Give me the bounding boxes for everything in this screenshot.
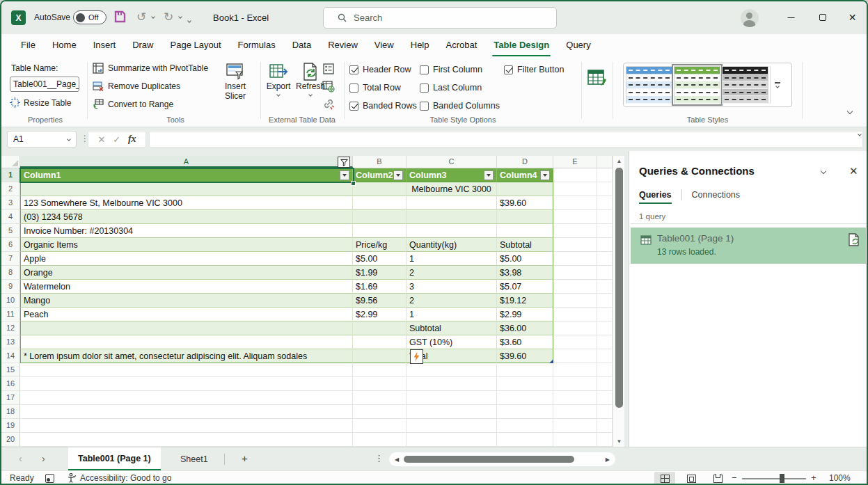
row-header-7[interactable]: 7 (1, 252, 20, 266)
row-header-16[interactable]: 16 (1, 377, 20, 391)
cell-A12[interactable] (20, 321, 353, 335)
ribbon-tab-review[interactable]: Review (319, 34, 366, 58)
cell-A7[interactable]: Apple (20, 252, 353, 266)
cell-C4[interactable] (407, 210, 497, 224)
cell-E17[interactable] (553, 391, 597, 405)
cell-C20[interactable] (407, 433, 497, 447)
formula-input[interactable] (149, 131, 863, 148)
row-header-19[interactable]: 19 (1, 419, 20, 433)
cell-C7[interactable]: 1 (407, 252, 497, 266)
zoom-slider-track[interactable] (742, 478, 806, 479)
cell-F17[interactable] (597, 391, 613, 405)
table-style-dark[interactable] (722, 66, 768, 104)
tab-connections[interactable]: Connections (692, 190, 741, 204)
cell-A6[interactable]: Organic Items (20, 238, 353, 252)
cell-C13[interactable]: GST (10%) (407, 335, 497, 349)
cell-E3[interactable] (553, 196, 597, 210)
ribbon-tab-draw[interactable]: Draw (124, 34, 161, 58)
data-range-properties-icon-button[interactable] (322, 63, 335, 75)
convert-to-range-button[interactable]: Convert to Range (93, 99, 173, 110)
cell-B3[interactable] (353, 196, 407, 210)
checkbox-banded-rows[interactable]: Banded Rows (349, 97, 417, 115)
cell-C18[interactable] (407, 405, 497, 419)
filter-dropdown-icon-B1[interactable] (393, 170, 403, 180)
cell-D3[interactable]: $39.60 (497, 196, 553, 210)
save-icon[interactable] (113, 10, 126, 23)
customize-quick-access-icon[interactable] (187, 13, 194, 25)
cell-A10[interactable]: Mango (20, 294, 353, 308)
insert-function-icon[interactable]: fx (128, 134, 136, 145)
cell-D11[interactable]: $2.99 (497, 308, 553, 321)
cell-C17[interactable] (407, 391, 497, 405)
ribbon-tab-acrobat[interactable]: Acrobat (438, 34, 486, 58)
cell-F7[interactable] (597, 252, 613, 266)
ribbon-tab-help[interactable]: Help (402, 34, 438, 58)
cell-B1[interactable]: Column2 (353, 168, 407, 182)
cell-A8[interactable]: Orange (20, 266, 353, 280)
cell-D6[interactable]: Subtotal (497, 238, 553, 252)
table-name-input[interactable]: Table001__Page_1 (10, 77, 79, 92)
sheet-nav-right-icon[interactable]: › (42, 453, 45, 464)
unlink-icon-button[interactable] (322, 97, 335, 110)
cell-C10[interactable]: 2 (407, 294, 497, 308)
cell-E14[interactable] (553, 349, 597, 363)
cell-A20[interactable] (20, 433, 353, 447)
cell-E12[interactable] (553, 321, 597, 335)
cell-C2[interactable]: Melbourne VIC 3000 (407, 182, 497, 196)
row-header-3[interactable]: 3 (1, 196, 20, 210)
cell-E5[interactable] (553, 224, 597, 238)
column-header-B[interactable]: B (353, 156, 407, 168)
row-header-13[interactable]: 13 (1, 335, 20, 349)
autosave-toggle[interactable]: Off (73, 10, 106, 24)
cell-D15[interactable] (497, 363, 553, 377)
cell-E16[interactable] (553, 377, 597, 391)
horizontal-scrollbar[interactable]: ◀ ▶ (389, 452, 615, 466)
page-break-preview-button[interactable] (707, 472, 728, 485)
cell-C19[interactable] (407, 419, 497, 433)
remove-duplicates-button[interactable]: Remove Duplicates (93, 81, 180, 92)
insert-slicer-button[interactable]: Insert Slicer (214, 62, 257, 101)
cell-A2[interactable] (20, 182, 353, 196)
checkbox-total-row[interactable]: Total Row (349, 79, 417, 97)
table-styles-more-button[interactable] (770, 66, 784, 104)
query-list-item[interactable]: Table001 (Page 1) 13 rows loaded. (631, 228, 866, 264)
collapse-ribbon-icon[interactable] (847, 109, 853, 114)
cell-F5[interactable] (597, 224, 613, 238)
pane-chevron-down-icon[interactable] (821, 168, 826, 174)
ribbon-tab-query[interactable]: Query (558, 34, 599, 58)
cell-F14[interactable] (597, 349, 613, 363)
scroll-left-icon[interactable]: ◀ (395, 456, 399, 463)
cell-E4[interactable] (553, 210, 597, 224)
zoom-slider-thumb[interactable] (780, 474, 784, 483)
cell-D20[interactable] (497, 433, 553, 447)
export-button[interactable]: Export (263, 62, 294, 96)
cell-A3[interactable]: 123 Somewhere St, Melbourne VIC 3000 (20, 196, 353, 210)
row-header-20[interactable]: 20 (1, 433, 20, 447)
cell-A15[interactable] (20, 363, 353, 377)
filter-dropdown-icon-C1[interactable] (484, 170, 494, 180)
cell-B9[interactable]: $1.69 (353, 280, 407, 294)
column-header-C[interactable]: C (407, 156, 497, 168)
cell-A14[interactable]: * Lorem ipsum dolor sit amet, consectetu… (20, 349, 353, 363)
ribbon-tab-insert[interactable]: Insert (85, 34, 125, 58)
cell-D18[interactable] (497, 405, 553, 419)
cell-B16[interactable] (353, 377, 407, 391)
sheet-tab-table001[interactable]: Table001 (Page 1) (68, 447, 161, 470)
redo-icon[interactable]: ↻ (164, 10, 173, 24)
table-style-green-medium[interactable] (674, 66, 720, 104)
ribbon-tab-page-layout[interactable]: Page Layout (162, 34, 230, 58)
name-box[interactable]: A1 (7, 131, 77, 148)
row-header-1[interactable]: 1 (1, 168, 20, 182)
cell-B18[interactable] (353, 405, 407, 419)
pane-close-icon[interactable]: ✕ (849, 165, 858, 177)
resize-table-button[interactable]: Resize Table (10, 97, 71, 108)
cell-F6[interactable] (597, 238, 613, 252)
cell-F10[interactable] (597, 294, 613, 308)
cell-E1[interactable] (553, 168, 597, 182)
cell-B15[interactable] (353, 363, 407, 377)
cell-C8[interactable]: 2 (407, 266, 497, 280)
row-header-14[interactable]: 14 (1, 349, 20, 363)
cell-E6[interactable] (553, 238, 597, 252)
zoom-in-icon[interactable]: + (811, 472, 816, 483)
scroll-right-icon[interactable]: ▶ (606, 456, 610, 463)
